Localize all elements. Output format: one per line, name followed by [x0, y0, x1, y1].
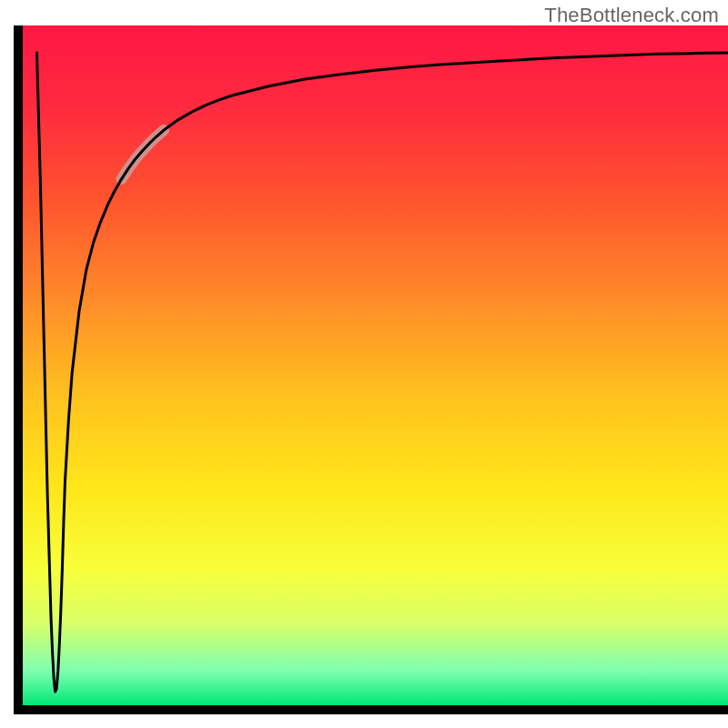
chart-container: TheBottleneck.com	[0, 0, 728, 728]
chart-svg	[0, 0, 728, 728]
chart-background-gradient	[23, 25, 728, 705]
attribution-watermark: TheBottleneck.com	[544, 4, 719, 27]
